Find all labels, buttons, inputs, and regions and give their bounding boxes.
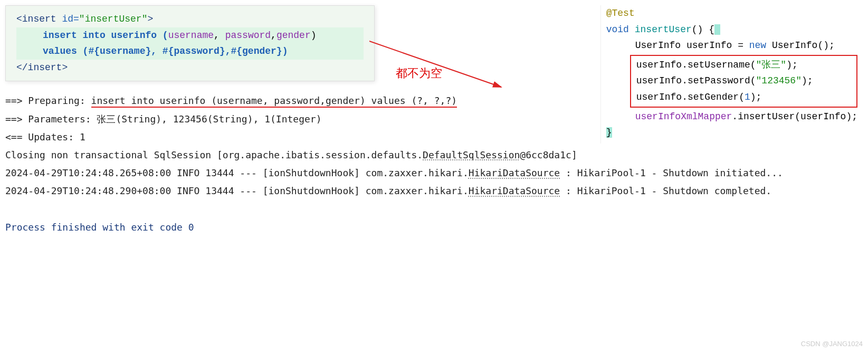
java-annotation: @Test xyxy=(606,5,857,22)
java-text: UserInfo userInfo = xyxy=(635,40,749,51)
xml-line-3: values (#{username}, #{password},#{gende… xyxy=(16,43,364,60)
console-text: : HikariPool-1 - Shutdown completed. xyxy=(560,185,771,196)
java-text: userInfo.setPassword( xyxy=(636,75,756,86)
console-line: ==> Parameters: 张三(String), 123456(Strin… xyxy=(5,110,863,128)
xml-close-bracket: </ xyxy=(16,62,28,73)
console-class: DefaultSqlSession xyxy=(423,149,520,160)
sql-comma: , xyxy=(214,30,225,41)
java-line-new: UserInfo userInfo = new UserInfo(); xyxy=(606,37,857,54)
sql-keyword: insert into userinfo ( xyxy=(43,30,168,41)
console-class: HikariDataSource xyxy=(469,167,560,178)
console-output: ==> Preparing: insert into userinfo (use… xyxy=(5,92,863,236)
xml-code-block: <insert id="insertUser"> insert into use… xyxy=(5,5,375,81)
java-text: ); xyxy=(802,75,813,86)
console-text: @6cc8da1c] xyxy=(520,149,577,160)
java-set-username: userInfo.setUsername("张三"); xyxy=(636,57,852,73)
java-keyword: void xyxy=(606,24,635,35)
sql-column: username xyxy=(168,30,214,41)
java-text: UserInfo(); xyxy=(772,40,835,51)
xml-bracket: > xyxy=(147,14,153,24)
xml-bracket: < xyxy=(16,14,22,24)
java-set-password: userInfo.setPassword("123456"); xyxy=(636,73,852,89)
brace-highlight xyxy=(714,24,720,35)
console-exit: Process finished with exit code 0 xyxy=(5,218,863,236)
xml-tag: insert xyxy=(22,14,56,24)
java-string: "张三" xyxy=(756,60,787,70)
xml-close-bracket: > xyxy=(62,62,68,73)
java-keyword: new xyxy=(749,40,772,51)
java-method-name: insertUser xyxy=(635,24,692,35)
xml-line-1: <insert id="insertUser"> xyxy=(16,11,364,27)
xml-close-tag: insert xyxy=(28,62,62,73)
sql-comma: , xyxy=(271,30,276,41)
sql-column: password xyxy=(225,30,271,41)
console-line: ==> Preparing: insert into userinfo (use… xyxy=(5,92,863,110)
sql-column: gender xyxy=(276,30,311,41)
console-line: 2024-04-29T10:24:48.290+08:00 INFO 13444… xyxy=(5,182,863,200)
console-line: Closing non transactional SqlSession [or… xyxy=(5,146,863,164)
xml-attr: id= xyxy=(56,14,79,24)
java-text: ); xyxy=(786,60,798,70)
xml-attr-val: "insertUser" xyxy=(79,14,148,24)
java-method-sig: void insertUser() { xyxy=(606,22,857,38)
console-line: 2024-04-29T10:24:48.265+08:00 INFO 13444… xyxy=(5,164,863,182)
xml-line-4: </insert> xyxy=(16,60,364,76)
console-text: : HikariPool-1 - Shutdown initiated... xyxy=(560,167,783,178)
java-text: userInfo.setUsername( xyxy=(636,60,756,70)
console-sql: insert into userinfo (username, password… xyxy=(91,95,457,108)
console-text: Closing non transactional SqlSession [or… xyxy=(5,149,423,160)
top-section: <insert id="insertUser"> insert into use… xyxy=(5,5,863,81)
sql-paren: ) xyxy=(311,30,317,41)
console-text: 2024-04-29T10:24:48.290+08:00 INFO 13444… xyxy=(5,185,469,196)
java-paren: () { xyxy=(692,24,714,35)
java-string: "123456" xyxy=(756,75,802,86)
console-class: HikariDataSource xyxy=(469,185,560,196)
xml-line-2: insert into userinfo (username, password… xyxy=(16,27,364,44)
console-line: <== Updates: 1 xyxy=(5,128,863,146)
console-prefix: ==> Preparing: xyxy=(5,95,91,106)
annotation-not-null: 都不为空 xyxy=(396,63,442,83)
console-text: 2024-04-29T10:24:48.265+08:00 INFO 13444… xyxy=(5,167,469,178)
